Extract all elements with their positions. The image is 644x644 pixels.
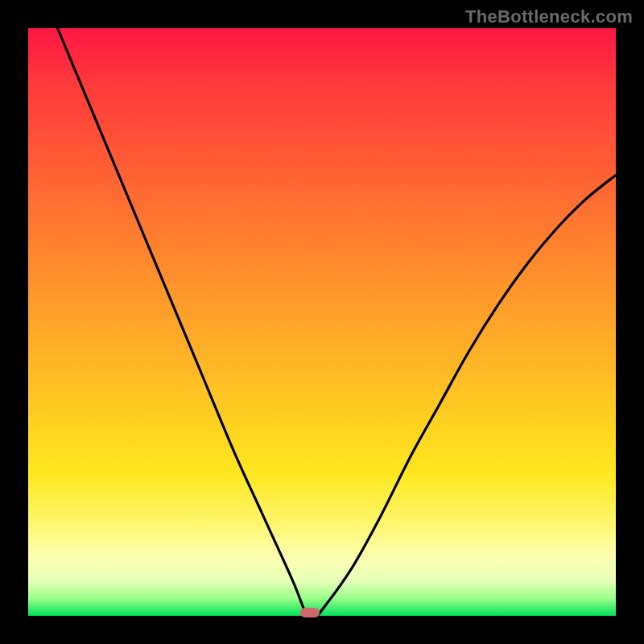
bottleneck-curve (28, 28, 616, 616)
plot-area (28, 28, 616, 616)
chart-frame: TheBottleneck.com (0, 0, 644, 644)
optimal-marker (300, 608, 320, 617)
watermark-text: TheBottleneck.com (465, 6, 633, 27)
